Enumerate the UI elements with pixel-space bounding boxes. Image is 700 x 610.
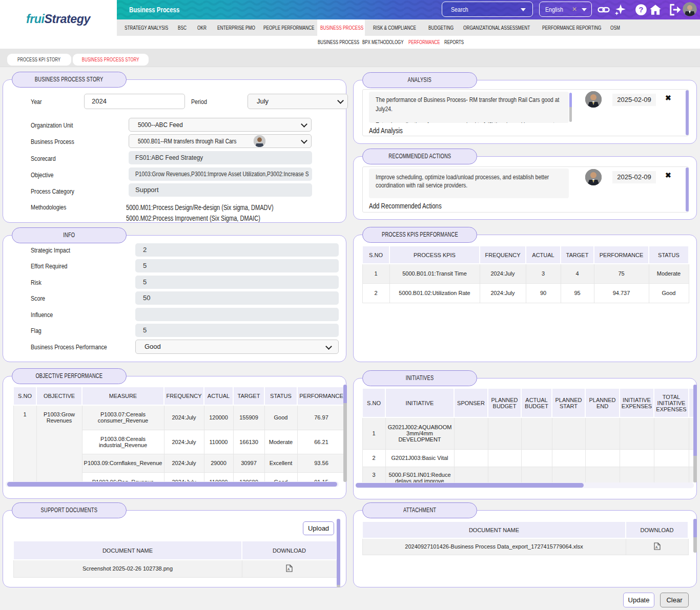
- svg-text:?: ?: [639, 5, 643, 14]
- svg-text:A: A: [655, 545, 658, 549]
- svg-text:A: A: [287, 567, 290, 571]
